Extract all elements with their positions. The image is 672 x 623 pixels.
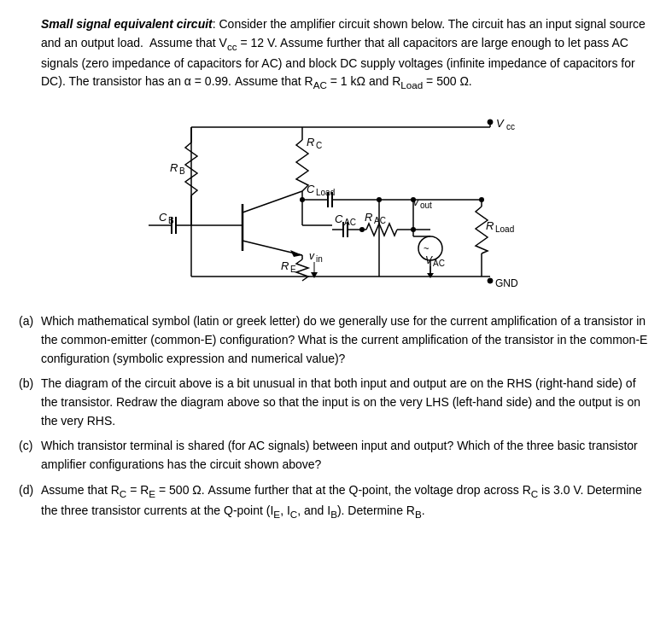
sub-text-d: Assume that RC = RE = 500 Ω. Assume furt… <box>41 481 653 522</box>
svg-text:GND: GND <box>495 277 518 289</box>
svg-text:cc: cc <box>506 122 515 131</box>
sub-label-b: (b) <box>19 375 38 430</box>
question-intro: Small signal equivalent circuit: Conside… <box>41 15 653 93</box>
sub-text-c: Which transistor terminal is shared (for… <box>41 437 653 474</box>
svg-text:out: out <box>420 201 432 210</box>
sub-text-a: Which mathematical symbol (latin or gree… <box>41 312 653 368</box>
sub-text-b: The diagram of the circuit above is a bi… <box>41 375 653 430</box>
sub-questions: (a) Which mathematical symbol (latin or … <box>19 312 653 521</box>
sub-question-a: (a) Which mathematical symbol (latin or … <box>19 312 653 368</box>
svg-marker-58 <box>290 250 302 257</box>
svg-text:B: B <box>179 166 185 176</box>
svg-text:v: v <box>309 250 315 262</box>
sub-question-b: (b) The diagram of the circuit above is … <box>19 375 653 430</box>
sub-question-d: (d) Assume that RC = RE = 500 Ω. Assume … <box>19 481 653 522</box>
svg-text:C: C <box>159 211 167 224</box>
svg-text:C: C <box>307 183 315 195</box>
question-block: Small signal equivalent circuit: Conside… <box>19 15 653 521</box>
circuit-diagram: V cc R B C B R C <box>19 110 653 294</box>
sub-label-d: (d) <box>19 481 38 522</box>
circuit-svg-main: V cc GND R B C B <box>123 110 550 294</box>
svg-text:AC: AC <box>344 218 356 227</box>
svg-text:R: R <box>365 211 372 224</box>
question-header: Small signal equivalent circuit: Conside… <box>19 15 653 93</box>
svg-text:C: C <box>335 213 343 225</box>
svg-text:C: C <box>316 141 322 150</box>
svg-text:R: R <box>170 161 178 174</box>
svg-text:R: R <box>307 136 314 148</box>
svg-line-56 <box>243 191 302 213</box>
sub-label-c: (c) <box>19 437 38 474</box>
svg-text:Load: Load <box>495 224 514 234</box>
svg-text:~: ~ <box>424 243 429 253</box>
svg-text:V: V <box>496 117 505 130</box>
svg-text:in: in <box>316 254 323 264</box>
sub-label-a: (a) <box>19 312 38 368</box>
svg-marker-79 <box>311 272 318 278</box>
svg-text:R: R <box>281 259 289 272</box>
sub-question-c: (c) Which transistor terminal is shared … <box>19 437 653 474</box>
svg-point-40 <box>488 278 493 283</box>
svg-point-115 <box>479 197 484 202</box>
